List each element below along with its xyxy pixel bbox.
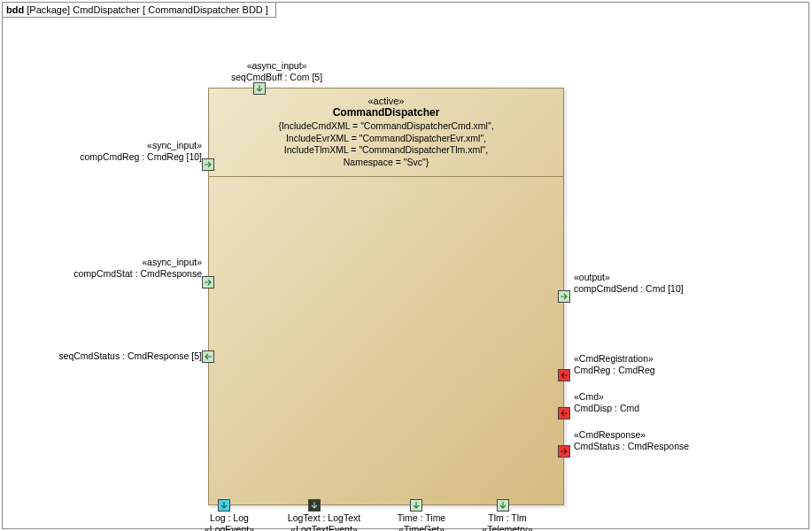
arrow-down-icon	[220, 501, 228, 510]
port-cmddisp[interactable]	[558, 407, 570, 419]
arrow-right-icon	[204, 160, 213, 169]
arrow-left-icon	[204, 352, 213, 361]
frame-title: bdd [Package] CmdDispatcher [ CommandDis…	[3, 3, 276, 18]
port-compcmdstat-labels: «async_input» compCmdStat : CmdResponse	[56, 257, 202, 279]
port-compcmdsend[interactable]	[558, 290, 570, 303]
port-time[interactable]	[410, 499, 422, 512]
diagram-frame: bdd [Package] CmdDispatcher [ CommandDis…	[2, 2, 809, 529]
frame-pkg: [Package]	[27, 4, 70, 15]
port-compcmdstat[interactable]	[202, 276, 214, 289]
arrow-right-icon	[204, 278, 213, 287]
port-compcmdsend-labels: «output» compCmdSend : Cmd [10]	[574, 272, 684, 294]
port-compcmdsend-label: compCmdSend : Cmd [10]	[574, 283, 684, 295]
port-log-stereo: «LogEvent»	[203, 524, 256, 531]
port-tlm[interactable]	[497, 499, 509, 512]
block-stereotype: «active»	[214, 96, 558, 106]
port-compcmdreg[interactable]	[202, 158, 214, 171]
port-cmdreg-label: CmdReg : CmdReg	[574, 365, 655, 376]
port-time-labels: Time : Time «TimeGet»	[391, 512, 452, 531]
port-cmdstatus-label: CmdStatus : CmdResponse	[574, 441, 689, 452]
port-logtext-label: LogText : LogText	[284, 512, 364, 524]
port-cmdstatus-stereo: «CmdResponse»	[574, 429, 689, 441]
port-compcmdreg-label: compCmdReg : CmdReg [10]	[73, 151, 202, 163]
port-compcmdstat-stereo: «async_input»	[56, 257, 202, 268]
port-cmdreg-labels: «CmdRegistration» CmdReg : CmdReg	[574, 353, 655, 375]
block-props: {IncludeCmdXML = "CommandDispatcherCmd.x…	[214, 120, 558, 169]
port-compcmdreg-labels: «sync_input» compCmdReg : CmdReg [10]	[73, 140, 202, 162]
port-time-label: Time : Time	[391, 512, 452, 524]
port-seqcmdbuff-labels: «async_input» seqCmdBuff : Com [5]	[231, 60, 322, 82]
port-log[interactable]	[218, 499, 230, 512]
port-seqcmdbuff-stereo: «async_input»	[231, 60, 322, 72]
arrow-down-icon	[255, 84, 264, 93]
port-seqcmdstatus[interactable]	[202, 350, 214, 363]
port-logtext[interactable]	[308, 499, 321, 512]
port-compcmdstat-label: compCmdStat : CmdResponse	[56, 268, 202, 280]
port-cmddisp-labels: «Cmd» CmdDisp : Cmd	[574, 391, 639, 413]
block-header: «active» CommandDispatcher {IncludeCmdXM…	[209, 88, 563, 173]
arrow-left-icon	[560, 371, 568, 380]
port-seqcmdstatus-label: seqCmdStatus : CmdResponse [5]	[38, 350, 202, 362]
frame-label: [ CommandDispatcher BDD ]	[143, 4, 268, 15]
arrow-down-icon	[412, 501, 421, 510]
port-cmdreg[interactable]	[558, 369, 570, 381]
port-seqcmdbuff[interactable]	[253, 82, 266, 95]
port-logtext-stereo: «LogTextEvent»	[284, 524, 364, 531]
arrow-left-icon	[560, 409, 568, 418]
port-cmdstatus[interactable]	[558, 445, 570, 458]
port-compcmdsend-stereo: «output»	[574, 272, 684, 283]
port-log-labels: Log : Log «LogEvent»	[203, 512, 256, 531]
port-tlm-label: Tlm : Tlm	[476, 512, 538, 524]
port-cmddisp-stereo: «Cmd»	[574, 391, 639, 403]
port-tlm-labels: Tlm : Tlm «Telemetry»	[476, 512, 538, 531]
block-separator	[209, 176, 563, 177]
port-compcmdreg-stereo: «sync_input»	[73, 140, 202, 151]
block-command-dispatcher[interactable]: «active» CommandDispatcher {IncludeCmdXM…	[208, 88, 564, 505]
port-log-label: Log : Log	[203, 512, 256, 524]
port-tlm-stereo: «Telemetry»	[476, 524, 538, 531]
arrow-right-icon	[560, 292, 568, 301]
frame-name: CmdDispatcher	[73, 4, 140, 15]
port-cmdstatus-labels: «CmdResponse» CmdStatus : CmdResponse	[574, 429, 689, 451]
arrow-right-icon	[560, 447, 568, 456]
port-time-stereo: «TimeGet»	[391, 524, 452, 531]
port-seqcmdstatus-labels: seqCmdStatus : CmdResponse [5]	[38, 350, 202, 362]
block-name: CommandDispatcher	[214, 106, 558, 119]
port-seqcmdbuff-label: seqCmdBuff : Com [5]	[231, 72, 322, 83]
port-cmddisp-label: CmdDisp : Cmd	[574, 403, 639, 414]
frame-kind: bdd	[6, 4, 24, 15]
port-logtext-labels: LogText : LogText «LogTextEvent»	[284, 512, 364, 531]
arrow-down-icon	[310, 501, 319, 510]
arrow-down-icon	[499, 501, 507, 510]
port-cmdreg-stereo: «CmdRegistration»	[574, 353, 655, 365]
